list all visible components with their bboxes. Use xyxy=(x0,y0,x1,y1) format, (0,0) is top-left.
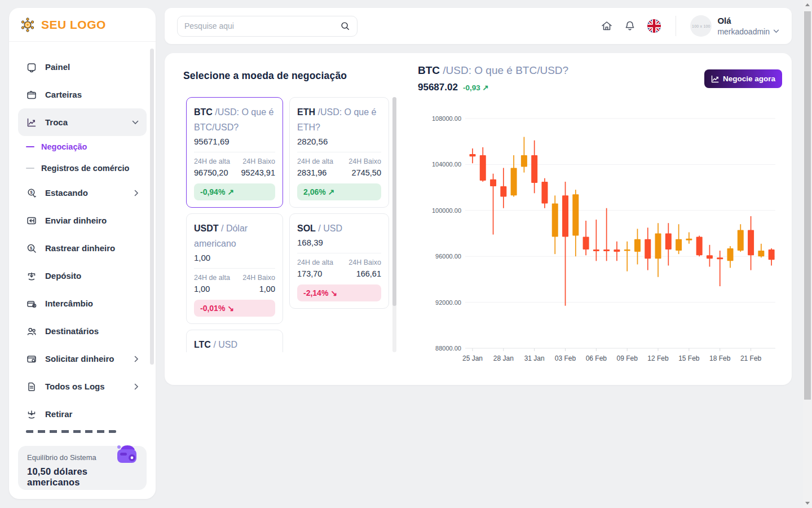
sidebar-item-destinatarios[interactable]: Destinatários xyxy=(18,317,147,345)
card-title: BTC /USD: O que é BTC/USD? xyxy=(194,104,275,135)
main-panel: Selecione a moeda de negociação BTC /USD… xyxy=(165,53,792,385)
page-scrollbar[interactable] xyxy=(803,0,812,508)
sidebar-item-painel[interactable]: Painel xyxy=(18,53,147,81)
sidebar-subitem-negociacao[interactable]: Negociação xyxy=(18,136,147,157)
currency-card-btc[interactable]: BTC /USD: O que é BTC/USD?95671,6924H de… xyxy=(186,97,283,208)
sidebar-item-label: Todos os Logs xyxy=(45,382,105,391)
search-input[interactable] xyxy=(184,21,336,30)
sidebar-menu: PainelCarteirasTrocaNegociaçãoRegistros … xyxy=(9,46,156,445)
sidebar-item-todos-os-logs[interactable]: Todos os Logs xyxy=(18,373,147,400)
chart-price: 95687.02 xyxy=(418,82,458,93)
staking-icon: $ xyxy=(26,187,37,199)
card-change-badge: -0,01% ↘ xyxy=(194,300,275,317)
sidebar-scrollbar[interactable] xyxy=(150,49,154,365)
sidebar-subitem-registros-de-comercio[interactable]: Registros de comércio xyxy=(18,157,147,179)
card-list-scrollbar[interactable] xyxy=(392,97,396,352)
sidebar-item-rastrear-dinheiro[interactable]: $Rastrear dinheiro xyxy=(18,234,147,262)
currency-card-usdt[interactable]: USDT / Dólar americano1,0024H de alta1,0… xyxy=(186,213,283,324)
currency-card-ltc[interactable]: LTC / USD127,43 xyxy=(186,330,283,352)
system-balance-value: 10,50 dólares americanos xyxy=(27,466,138,488)
svg-text:28 Jan: 28 Jan xyxy=(493,354,514,362)
language-flag-icon[interactable] xyxy=(647,19,661,33)
sidebar-item-solicitar-dinheiro[interactable]: Solicitar dinheiro xyxy=(18,345,147,373)
market-heading: Selecione a moeda de negociação xyxy=(183,70,347,82)
logs-icon xyxy=(26,381,37,392)
sidebar-item-label: Painel xyxy=(45,62,70,72)
sidebar-item-label: Intercâmbio xyxy=(45,299,93,308)
sidebar-item-retirar[interactable]: Retirar xyxy=(18,400,147,428)
wallet-icon xyxy=(26,89,37,100)
chevron-right-icon xyxy=(134,190,139,196)
svg-text:21 Feb: 21 Feb xyxy=(740,354,762,362)
scroll-up-arrow-icon[interactable] xyxy=(805,3,810,6)
user-menu[interactable]: 100 x 100 Olá merkadoadmin xyxy=(690,15,779,37)
card-24h-high: 1,00 xyxy=(194,284,230,294)
sidebar-item-carteiras[interactable]: Carteiras xyxy=(18,81,147,108)
sidebar-item-label: Rastrear dinheiro xyxy=(45,243,115,253)
card-title: LTC / USD xyxy=(194,337,275,352)
chart-change: -0,93 ↗ xyxy=(463,83,489,92)
sidebar-item-troca[interactable]: Troca xyxy=(18,108,147,136)
dash-icon xyxy=(26,146,34,147)
svg-text:31 Jan: 31 Jan xyxy=(524,354,545,362)
card-price: 168,39 xyxy=(297,238,381,247)
svg-text:B: B xyxy=(33,304,36,307)
currency-card-sol[interactable]: SOL / USD168,3924H de alta173,7024H Baix… xyxy=(289,213,389,309)
card-price: 95671,69 xyxy=(194,137,275,146)
card-price: 2820,56 xyxy=(297,137,381,146)
trade-now-button[interactable]: Negocie agora xyxy=(704,69,782,88)
trend-arrow-icon: ↘ xyxy=(330,288,337,297)
track-money-icon: $ xyxy=(26,243,37,254)
sidebar-item-estacando[interactable]: $Estacando xyxy=(18,179,147,207)
topbar: 100 x 100 Olá merkadoadmin xyxy=(165,8,792,44)
svg-text:104000.00: 104000.00 xyxy=(432,161,461,168)
trend-arrow-icon: ↗ xyxy=(328,187,335,196)
line-chart-icon xyxy=(711,75,719,83)
topbar-divider xyxy=(676,16,676,36)
sidebar-item-label: Carteiras xyxy=(45,90,82,99)
trend-arrow-icon: ↘ xyxy=(227,304,234,313)
page-scrollbar-thumb[interactable] xyxy=(804,11,811,400)
search-box[interactable] xyxy=(177,16,358,37)
wallet-illustration-icon xyxy=(113,440,141,467)
svg-text:108000.00: 108000.00 xyxy=(432,115,461,122)
card-change-badge: -2,14% ↘ xyxy=(297,284,381,301)
card-stats: 24H de alta96750,2024H Baixo95243,91 xyxy=(194,152,275,177)
scroll-down-arrow-icon[interactable] xyxy=(805,502,810,505)
avatar: 100 x 100 xyxy=(690,15,712,37)
recipients-icon xyxy=(26,326,37,337)
svg-text:88000.00: 88000.00 xyxy=(435,345,461,352)
sidebar-item-intercambio[interactable]: BIntercâmbio xyxy=(18,290,147,317)
card-stats: 24H de alta173,7024H Baixo166,61 xyxy=(297,253,381,278)
notifications-bell-icon[interactable] xyxy=(624,20,636,32)
svg-text:06 Feb: 06 Feb xyxy=(586,354,607,362)
send-money-icon xyxy=(26,215,37,226)
chevron-down-icon xyxy=(132,120,139,125)
sidebar-subitem-label: Registros de comércio xyxy=(41,164,129,173)
svg-text:96000.00: 96000.00 xyxy=(435,253,461,260)
trend-arrow-icon: ↗ xyxy=(227,187,234,196)
sidebar-item-label: Destinatários xyxy=(45,326,99,336)
card-24h-low: 166,61 xyxy=(348,269,381,278)
home-icon[interactable] xyxy=(601,20,613,32)
sidebar-item-label: Solicitar dinheiro xyxy=(45,354,114,364)
card-title: ETH /USD: O que é ETH? xyxy=(297,104,381,135)
candlestick-chart[interactable]: 108000.00104000.00100000.0096000.0092000… xyxy=(417,110,789,376)
card-stats: 24H de alta2831,9624H Baixo2745,50 xyxy=(297,152,381,177)
sidebar-item-label: Retirar xyxy=(45,409,72,419)
card-24h-low: 1,00 xyxy=(242,284,275,294)
svg-text:92000.00: 92000.00 xyxy=(435,299,461,306)
currency-card-eth[interactable]: ETH /USD: O que é ETH?2820,5624H de alta… xyxy=(289,97,389,208)
sidebar-item-clipped[interactable] xyxy=(26,430,147,436)
chevron-right-icon xyxy=(134,383,139,390)
sidebar-item-deposito[interactable]: Depósito xyxy=(18,262,147,290)
sidebar-item-label: Enviar dinheiro xyxy=(45,216,107,225)
svg-text:03 Feb: 03 Feb xyxy=(555,354,576,362)
search-icon[interactable] xyxy=(340,21,350,31)
card-price: 1,00 xyxy=(194,253,275,262)
logo[interactable]: SEU LOGO xyxy=(9,8,156,42)
request-money-icon xyxy=(26,353,37,365)
sidebar-item-enviar-dinheiro[interactable]: Enviar dinheiro xyxy=(18,207,147,234)
card-24h-high: 96750,20 xyxy=(194,168,230,177)
svg-text:18 Feb: 18 Feb xyxy=(709,354,731,362)
